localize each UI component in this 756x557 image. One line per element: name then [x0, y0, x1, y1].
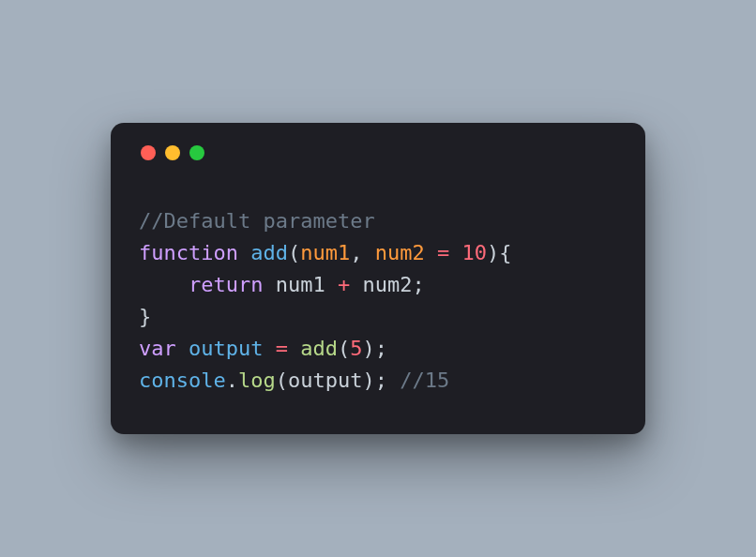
- equals: =: [276, 337, 288, 360]
- dot: .: [226, 369, 238, 392]
- open-paren: (: [276, 369, 288, 392]
- space: [263, 337, 275, 360]
- plus-operator: +: [338, 273, 350, 296]
- space: [449, 241, 461, 264]
- code-comment: //15: [400, 369, 449, 392]
- ident-output: output: [288, 369, 362, 392]
- comma: ,: [350, 241, 375, 264]
- space: [263, 273, 275, 296]
- var-output: output: [189, 337, 263, 360]
- space: [176, 337, 189, 360]
- param-num1: num1: [300, 241, 350, 264]
- zoom-icon[interactable]: [189, 145, 204, 160]
- open-paren: (: [338, 337, 350, 360]
- ident-num1: num1: [276, 273, 325, 296]
- semicolon: ;: [375, 369, 387, 392]
- window-titlebar: [139, 145, 617, 160]
- function-name: add: [250, 241, 288, 264]
- equals: =: [437, 241, 449, 264]
- ident-console: console: [139, 369, 226, 392]
- space: [350, 273, 362, 296]
- indent: [139, 273, 189, 296]
- close-paren: ): [487, 241, 499, 264]
- space: [238, 241, 250, 264]
- space: [288, 337, 300, 360]
- space: [387, 369, 400, 392]
- space: [425, 241, 437, 264]
- param-num2: num2: [375, 241, 425, 264]
- close-brace: }: [139, 305, 151, 328]
- code-comment: //Default parameter: [139, 209, 375, 233]
- number-5: 5: [350, 337, 362, 360]
- open-brace: {: [499, 241, 511, 264]
- keyword-var: var: [139, 337, 176, 360]
- call-add: add: [300, 337, 338, 360]
- close-paren: ): [362, 337, 374, 360]
- space: [325, 273, 338, 296]
- open-paren: (: [288, 241, 300, 264]
- close-icon[interactable]: [141, 145, 156, 160]
- close-paren: ): [362, 369, 374, 392]
- semicolon: ;: [375, 337, 387, 360]
- code-block: //Default parameter function add(num1, n…: [139, 205, 617, 398]
- ident-num2: num2: [362, 273, 412, 296]
- number-10: 10: [461, 241, 487, 264]
- keyword-function: function: [139, 241, 238, 264]
- keyword-return: return: [189, 273, 263, 296]
- code-window: //Default parameter function add(num1, n…: [111, 123, 645, 435]
- method-log: log: [238, 369, 276, 392]
- minimize-icon[interactable]: [165, 145, 180, 160]
- semicolon: ;: [412, 273, 424, 296]
